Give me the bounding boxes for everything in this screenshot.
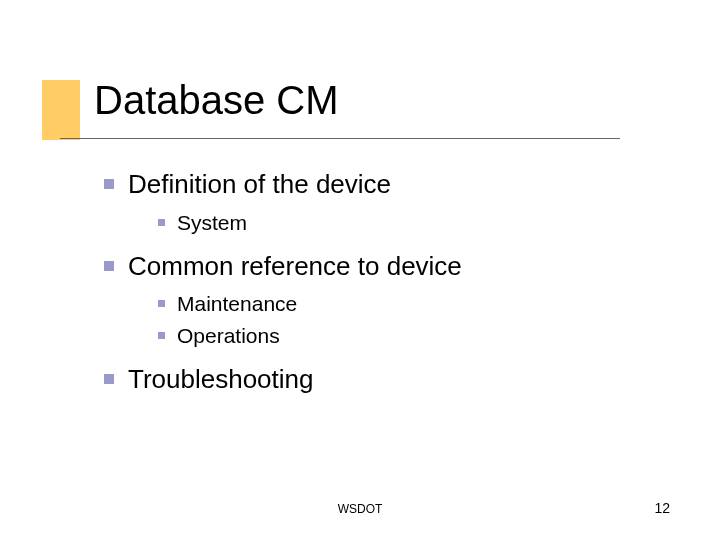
footer-org: WSDOT [0, 502, 720, 516]
list-item-label: Common reference to device [128, 250, 462, 283]
list-item-label: Definition of the device [128, 168, 391, 201]
page-number: 12 [654, 500, 670, 516]
list-item: Common reference to device Maintenance O… [104, 250, 644, 349]
list-subitem: Operations [158, 322, 644, 349]
list-subitem-label: System [177, 209, 247, 236]
slide-body: Definition of the device System Common r… [104, 168, 644, 401]
square-bullet-icon [104, 179, 114, 189]
square-bullet-icon [104, 374, 114, 384]
title-accent [42, 80, 80, 140]
list-item: Definition of the device System [104, 168, 644, 236]
list-item-label: Troubleshooting [128, 363, 314, 396]
square-bullet-icon [158, 219, 165, 226]
list-subitem-label: Operations [177, 322, 280, 349]
list-subitem-label: Maintenance [177, 290, 297, 317]
square-bullet-icon [158, 332, 165, 339]
square-bullet-icon [104, 261, 114, 271]
title-underline [60, 138, 620, 139]
slide-title: Database CM [94, 78, 339, 123]
list-subitem: System [158, 209, 644, 236]
square-bullet-icon [158, 300, 165, 307]
list-item: Troubleshooting [104, 363, 644, 396]
list-subitem: Maintenance [158, 290, 644, 317]
